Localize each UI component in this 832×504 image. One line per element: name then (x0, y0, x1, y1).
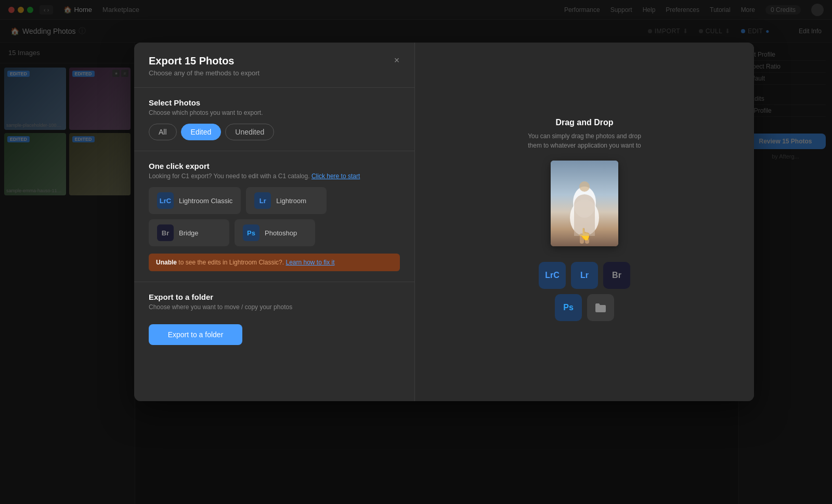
export-modal: Export 15 Photos Choose any of the metho… (134, 43, 754, 401)
drag-ps-icon[interactable]: Ps (555, 294, 582, 321)
br-app-icon: Br (157, 224, 174, 241)
filter-edited-button[interactable]: Edited (181, 124, 222, 140)
modal-header: Export 15 Photos Choose any of the metho… (134, 43, 414, 88)
export-to-folder-button[interactable]: Export to a folder (149, 324, 242, 345)
folder-svg (594, 302, 607, 313)
modal-inner: Export 15 Photos Choose any of the metho… (134, 43, 754, 401)
one-click-subtitle-text: Looking for C1 export? You need to edit … (149, 173, 310, 180)
bridge-button[interactable]: Br Bridge (149, 219, 229, 246)
lightroom-classic-button[interactable]: LrC Lightroom Classic (149, 187, 241, 214)
ps-app-icon: Ps (243, 224, 259, 241)
modal-left-panel: Export 15 Photos Choose any of the metho… (134, 43, 415, 401)
filter-unedited-button[interactable]: Unedited (225, 124, 274, 140)
learn-fix-link[interactable]: Learn how to fix it (285, 259, 334, 266)
app-buttons: LrC Lightroom Classic Lr Lightroom Br Br… (149, 187, 400, 246)
export-folder-subtitle: Choose where you want to move / copy you… (149, 303, 400, 311)
svg-point-3 (579, 181, 590, 192)
br-label: Bridge (179, 229, 199, 237)
drag-lr-icon[interactable]: Lr (571, 262, 598, 289)
drag-lrc-icon[interactable]: LrC (539, 262, 566, 289)
modal-subtitle: Choose any of the methods to export (149, 69, 400, 77)
filter-all-button[interactable]: All (149, 124, 177, 140)
warning-text: to see the edits in Lightroom Classic?. (178, 259, 285, 266)
drag-folder-icon[interactable] (587, 294, 614, 321)
select-photos-subtitle: Choose which photos you want to export. (149, 109, 400, 116)
lrc-app-icon: LrC (157, 192, 174, 209)
preview-svg (551, 161, 618, 246)
one-click-export-section: One click export Looking for C1 export? … (134, 151, 414, 282)
modal-close-button[interactable]: × (389, 53, 404, 68)
export-folder-section: Export to a folder Choose where you want… (134, 282, 414, 355)
select-photos-section: Select Photos Choose which photos you wa… (134, 88, 414, 151)
preview-image: 👆 (551, 161, 618, 246)
drag-drop-subtitle: You can simply drag the photos and drop … (527, 131, 642, 150)
drag-drop-app-icons-2: Ps (555, 294, 614, 321)
lrc-label: Lightroom Classic (179, 197, 232, 205)
warning-banner: Unable to see the edits in Lightroom Cla… (149, 254, 400, 271)
drag-drop-title: Drag and Drop (555, 118, 613, 127)
svg-point-2 (570, 200, 599, 236)
export-folder-title: Export to a folder (149, 293, 400, 301)
lr-app-icon: Lr (254, 192, 271, 209)
ps-label: Photoshop (265, 229, 297, 237)
modal-title: Export 15 Photos (149, 55, 400, 67)
modal-right-panel: Drag and Drop You can simply drag the ph… (415, 43, 754, 401)
svg-rect-0 (551, 161, 618, 246)
lightroom-button[interactable]: Lr Lightroom (246, 187, 327, 214)
one-click-title: One click export (149, 162, 400, 170)
one-click-subtitle: Looking for C1 export? You need to edit … (149, 173, 400, 180)
click-here-link[interactable]: Click here to start (311, 173, 360, 180)
lr-label: Lightroom (276, 197, 306, 205)
select-photos-title: Select Photos (149, 98, 400, 107)
warning-bold: Unable (156, 259, 177, 266)
drag-drop-preview: 👆 (551, 161, 618, 246)
filter-buttons: All Edited Unedited (149, 124, 400, 140)
drag-br-icon[interactable]: Br (603, 262, 630, 289)
drag-drop-app-icons: LrC Lr Br (539, 262, 630, 289)
photoshop-button[interactable]: Ps Photoshop (235, 219, 315, 246)
cursor-icon: 👆 (578, 228, 592, 241)
